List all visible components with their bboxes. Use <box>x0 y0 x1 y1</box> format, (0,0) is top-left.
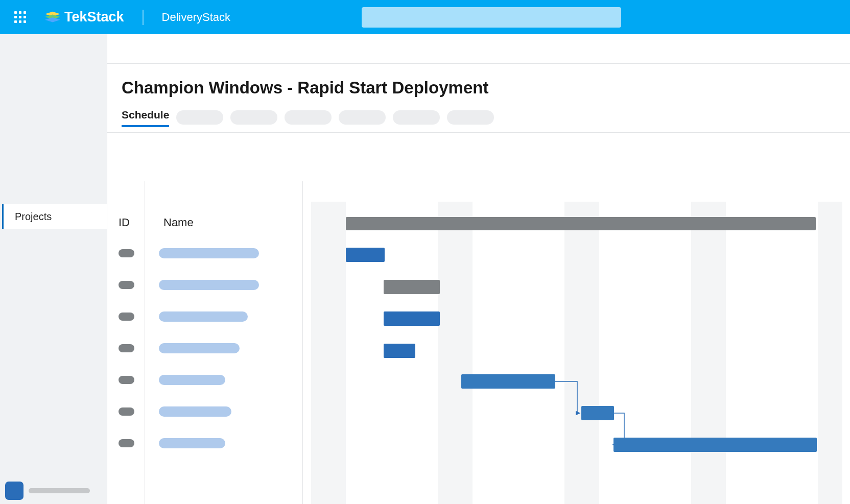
gantt-bar[interactable] <box>581 406 614 420</box>
timeline-weekend-column <box>438 202 473 504</box>
task-id-placeholder <box>119 376 134 384</box>
nav-divider <box>143 10 144 25</box>
gantt-bar[interactable] <box>384 280 440 294</box>
task-name-placeholder <box>159 406 231 417</box>
gantt-columns-header: ID Name <box>107 181 302 237</box>
gantt-bar[interactable] <box>384 344 415 358</box>
tabs: Schedule <box>107 108 850 133</box>
top-navbar: TekStack DeliveryStack <box>0 0 850 34</box>
gantt-task-list: ID Name <box>107 181 303 504</box>
tab-placeholder[interactable] <box>285 110 332 125</box>
tab-placeholder[interactable] <box>176 110 223 125</box>
task-id-placeholder <box>119 249 134 257</box>
task-id-placeholder <box>119 344 134 352</box>
column-divider <box>145 181 145 504</box>
task-row[interactable] <box>107 332 302 364</box>
gantt-bar[interactable] <box>384 311 440 326</box>
brand-name: TekStack <box>64 9 124 25</box>
apps-menu-icon[interactable] <box>14 11 27 23</box>
timeline-weekend-column <box>564 202 599 504</box>
gantt-chart: ID Name <box>107 181 850 504</box>
brand-logo[interactable]: TekStack <box>45 9 124 25</box>
svg-marker-2 <box>45 17 60 22</box>
project-title: Champion Windows - Rapid Start Deploymen… <box>122 78 836 98</box>
task-name-placeholder <box>159 248 259 258</box>
column-name-header: Name <box>163 216 194 229</box>
timeline-weekend-column <box>691 202 726 504</box>
left-sidebar: Projects <box>0 34 107 504</box>
task-row[interactable] <box>107 301 302 332</box>
timeline-weekend-column <box>818 202 842 504</box>
gantt-bar[interactable] <box>461 374 555 389</box>
module-name[interactable]: DeliveryStack <box>162 11 230 24</box>
tab-placeholder[interactable] <box>393 110 440 125</box>
task-id-placeholder <box>119 407 134 416</box>
breadcrumb-row <box>107 34 850 64</box>
task-row[interactable] <box>107 237 302 269</box>
tab-placeholder[interactable] <box>339 110 386 125</box>
task-name-placeholder <box>159 375 225 385</box>
task-id-placeholder <box>119 439 134 447</box>
main-content: Champion Windows - Rapid Start Deploymen… <box>107 34 850 504</box>
tab-placeholder[interactable] <box>230 110 277 125</box>
gantt-bar[interactable] <box>613 438 817 452</box>
timeline-weekend-column <box>311 202 346 504</box>
gantt-bar[interactable] <box>346 217 816 230</box>
task-row[interactable] <box>107 396 302 427</box>
gantt-timeline[interactable] <box>303 181 850 504</box>
sidebar-item-label: Projects <box>15 211 52 223</box>
task-id-placeholder <box>119 313 134 321</box>
tab-placeholder[interactable] <box>447 110 494 125</box>
gantt-bar[interactable] <box>346 248 385 262</box>
sidebar-item-projects[interactable]: Projects <box>2 204 107 229</box>
task-name-placeholder <box>159 343 240 353</box>
task-id-placeholder <box>119 281 134 289</box>
sidebar-footer-placeholder <box>29 488 90 493</box>
task-name-placeholder <box>159 280 259 290</box>
task-row[interactable] <box>107 427 302 459</box>
task-row[interactable] <box>107 269 302 301</box>
task-name-placeholder <box>159 311 248 322</box>
sidebar-footer[interactable] <box>5 482 90 500</box>
column-id-header: ID <box>119 216 139 229</box>
search-input[interactable] <box>362 7 621 28</box>
sidebar-footer-icon <box>5 482 23 500</box>
task-row[interactable] <box>107 364 302 396</box>
project-header: Champion Windows - Rapid Start Deploymen… <box>107 64 850 108</box>
task-name-placeholder <box>159 438 225 448</box>
tab-schedule[interactable]: Schedule <box>122 108 169 127</box>
stack-icon <box>45 11 60 23</box>
